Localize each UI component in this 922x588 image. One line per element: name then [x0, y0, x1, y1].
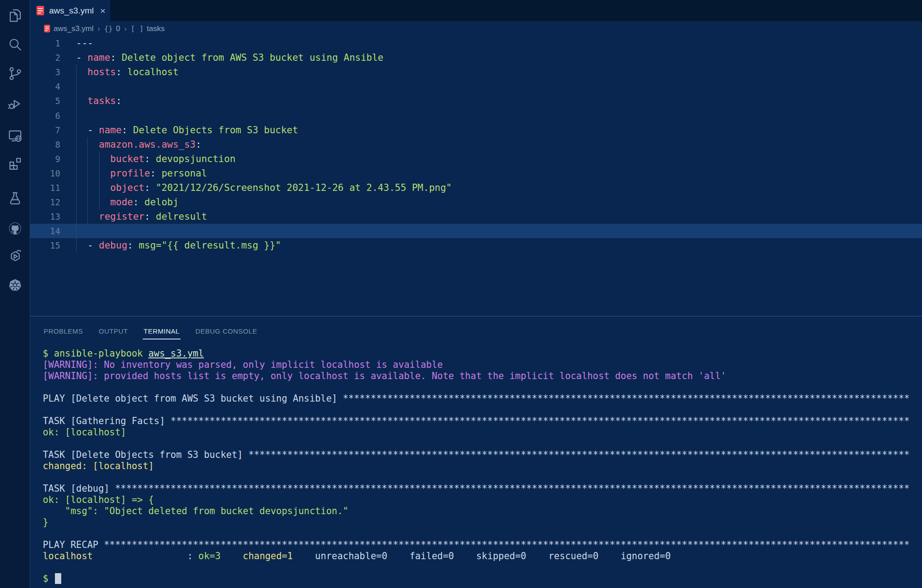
testing-icon[interactable]: [0, 189, 30, 207]
editor-line[interactable]: 4: [30, 79, 922, 94]
code-line-text: ---: [76, 36, 93, 50]
code-line-text: mode: delobj: [76, 195, 179, 209]
editor-line[interactable]: 12 mode: delobj: [30, 195, 922, 209]
code-line-text: bucket: devopsjunction: [76, 152, 235, 166]
line-number: 12: [30, 197, 60, 207]
terminal-line: [WARNING]: provided hosts list is empty,…: [43, 371, 922, 382]
editor-line[interactable]: 9 bucket: devopsjunction: [30, 152, 922, 166]
bottom-panel: PROBLEMSOUTPUTTERMINALDEBUG CONSOLE $ an…: [30, 316, 922, 588]
panel-tab-terminal[interactable]: TERMINAL: [143, 323, 181, 339]
code-line-text: amazon.aws.aws_s3:: [76, 137, 201, 152]
extensions-icon[interactable]: [0, 154, 30, 172]
code-line-text: - debug: msg="{{ delresult.msg }}": [76, 238, 281, 253]
terminal-line: TASK [debug] ***************************…: [43, 483, 922, 494]
object-symbol-icon: {}: [104, 24, 113, 33]
terminal-line: [43, 528, 922, 539]
editor-lines: 1---2- name: Delete object from AWS S3 b…: [30, 36, 922, 253]
remote-explorer-icon[interactable]: [0, 126, 30, 144]
github-icon[interactable]: [0, 219, 30, 237]
terminal-line: [WARNING]: No inventory was parsed, only…: [43, 359, 922, 371]
line-number: 8: [30, 140, 60, 149]
code-line-text: profile: personal: [76, 166, 207, 181]
close-icon[interactable]: ×: [100, 6, 105, 15]
yaml-file-icon: [36, 6, 44, 15]
editor-line[interactable]: 7 - name: Delete Objects from S3 bucket: [30, 123, 922, 137]
editor-line[interactable]: 3 hosts: localhost: [30, 65, 922, 79]
terminal-line: [43, 562, 922, 573]
editor-line[interactable]: 15 - debug: msg="{{ delresult.msg }}": [30, 238, 922, 253]
terminal-file-link[interactable]: aws_s3.yml: [149, 348, 204, 359]
terminal-line: PLAY [Delete object from AWS S3 bucket u…: [43, 393, 922, 404]
main-area: aws_s3.yml × aws_s3.yml › {} 0 › [ ] tas…: [30, 0, 922, 588]
panel-tabs: PROBLEMSOUTPUTTERMINALDEBUG CONSOLE: [30, 317, 272, 345]
code-line-text: object: "2021/12/26/Screenshot 2021-12-2…: [76, 181, 452, 195]
line-number: 6: [30, 111, 60, 121]
tab-title: aws_s3.yml: [49, 6, 94, 16]
editor-line[interactable]: 2- name: Delete object from AWS S3 bucke…: [30, 50, 922, 65]
explorer-icon[interactable]: [0, 6, 30, 24]
breadcrumb-file[interactable]: aws_s3.yml: [54, 24, 94, 33]
terminal-line: TASK [Gathering Facts] *****************…: [43, 416, 922, 427]
terminal-line: [43, 438, 922, 449]
code-line-text: - name: Delete Objects from S3 bucket: [76, 123, 298, 137]
tab-bar: aws_s3.yml ×: [30, 0, 922, 21]
panel-tab-problems[interactable]: PROBLEMS: [43, 323, 84, 339]
indent-guide: [76, 65, 77, 253]
editor-line[interactable]: 11 object: "2021/12/26/Screenshot 2021-1…: [30, 181, 922, 195]
terminal-line: }: [43, 517, 922, 528]
line-number: 7: [30, 125, 60, 135]
terminal-line: $: [43, 573, 922, 584]
terminal-line: ok: [localhost]: [43, 427, 922, 438]
panel-tab-output[interactable]: OUTPUT: [98, 323, 129, 339]
terminal-line: "msg": "Object deleted from bucket devop…: [43, 506, 922, 517]
kubernetes-icon[interactable]: [0, 276, 30, 294]
editor-line[interactable]: 14: [30, 224, 922, 238]
line-number: 13: [30, 212, 60, 222]
editor-line[interactable]: 5 tasks:: [30, 94, 922, 108]
terminal-line: [43, 472, 922, 483]
breadcrumb-separator-icon: ›: [124, 25, 127, 33]
breadcrumb-separator-icon: ›: [98, 25, 100, 33]
code-editor[interactable]: 1---2- name: Delete object from AWS S3 b…: [30, 36, 922, 316]
panel-tab-debug-console[interactable]: DEBUG CONSOLE: [194, 323, 258, 339]
terminal-line: PLAY RECAP *****************************…: [43, 539, 922, 551]
breadcrumb-tasks[interactable]: tasks: [147, 24, 165, 33]
hexagon-play-icon[interactable]: [0, 246, 30, 264]
run-debug-icon[interactable]: [0, 95, 30, 113]
breadcrumb: aws_s3.yml › {} 0 › [ ] tasks: [30, 21, 922, 36]
code-line-text: - name: Delete object from AWS S3 bucket…: [76, 50, 384, 65]
tab-aws-s3-yml[interactable]: aws_s3.yml ×: [30, 0, 110, 21]
array-symbol-icon: [ ]: [131, 24, 144, 33]
editor-line[interactable]: 1---: [30, 36, 922, 50]
editor-line[interactable]: 13 register: delresult: [30, 209, 922, 224]
editor-line[interactable]: 6: [30, 108, 922, 122]
editor-line[interactable]: 8 amazon.aws.aws_s3:: [30, 137, 922, 152]
terminal-line: TASK [Delete Objects from S3 bucket] ***…: [43, 449, 922, 461]
search-icon[interactable]: [0, 36, 30, 54]
code-line-text: register: delresult: [76, 209, 207, 224]
indent-guide: [87, 137, 88, 224]
terminal-line: [43, 404, 922, 416]
line-number: 5: [30, 96, 60, 106]
terminal-line: [43, 382, 922, 393]
activity-bar: [0, 0, 30, 588]
yaml-file-icon: [44, 25, 50, 32]
terminal-line: $ ansible-playbook aws_s3.yml: [43, 348, 922, 359]
line-number: 14: [30, 226, 60, 236]
terminal-line: ok: [localhost] => {: [43, 494, 922, 506]
line-number: 9: [30, 154, 60, 164]
line-number: 2: [30, 53, 60, 63]
terminal-output[interactable]: $ ansible-playbook aws_s3.yml[WARNING]: …: [30, 346, 922, 588]
line-number: 10: [30, 168, 60, 178]
breadcrumb-node[interactable]: 0: [116, 24, 120, 33]
line-number: 1: [30, 38, 60, 48]
line-number: 3: [30, 67, 60, 77]
terminal-line: localhost : ok=3 changed=1 unreachable=0…: [43, 551, 922, 562]
code-line-text: tasks:: [76, 94, 122, 108]
line-number: 15: [30, 240, 60, 250]
editor-line[interactable]: 10 profile: personal: [30, 166, 922, 181]
line-number: 4: [30, 81, 60, 91]
source-control-icon[interactable]: [0, 64, 30, 82]
line-number: 11: [30, 183, 60, 193]
indent-guide: [99, 152, 99, 209]
